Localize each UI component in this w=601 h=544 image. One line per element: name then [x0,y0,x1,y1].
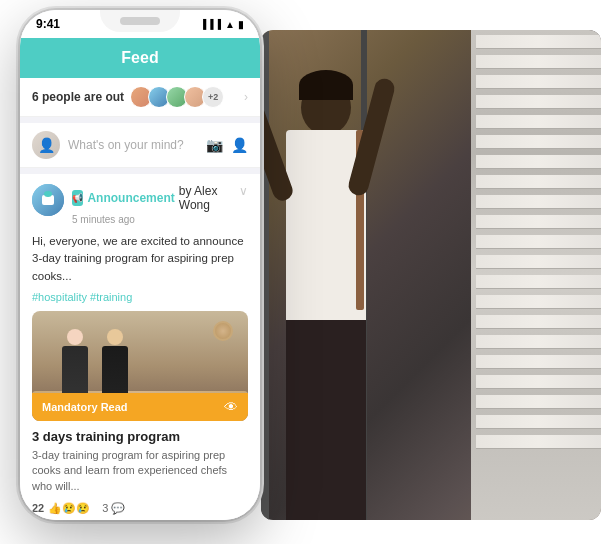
person-icon[interactable]: 👤 [231,137,248,153]
reactions-row: 22 👍😢😢 3 💬 [32,502,248,515]
post-content-area: 3 days training program 3-day training p… [32,421,248,494]
phone-frame: 9:41 ▐▐▐ ▲ ▮ Feed 6 people are out [20,10,260,520]
compose-placeholder[interactable]: What's on your mind? [68,138,198,152]
status-time: 9:41 [36,17,60,31]
post-body: Hi, everyone, we are excited to announce… [32,233,248,285]
phone-screen: 9:41 ▐▐▐ ▲ ▮ Feed 6 people are out [20,10,260,520]
avatar-more: +2 [202,86,224,108]
post-avatar [32,184,64,216]
reaction-emojis: 👍😢😢 [48,502,90,515]
camera-icon[interactable]: 📷 [206,137,223,153]
post-time: 5 minutes ago [72,214,231,225]
post-type-row: 📢 Announcement by Alex Wong [72,184,231,212]
avatar-group: +2 [130,86,224,108]
compose-bar[interactable]: 👤 What's on your mind? 📷 👤 [20,123,260,168]
feed-content[interactable]: 6 people are out +2 › 👤 [20,78,260,520]
comment-count-area: 3 💬 [102,502,125,515]
reaction-count: 22 [32,502,44,514]
status-icons: ▐▐▐ ▲ ▮ [200,19,244,30]
battery-icon: ▮ [238,19,244,30]
signal-icon: ▐▐▐ [200,19,222,29]
phone-mockup: 9:41 ▐▐▐ ▲ ▮ Feed 6 people are out [20,10,260,520]
announcement-post-card[interactable]: 📢 Announcement by Alex Wong 5 minutes ag… [20,174,260,520]
towel-shelf [471,30,601,520]
post-description: 3-day training program for aspiring prep… [32,448,248,494]
clock-decor [213,321,233,341]
mandatory-text: Mandatory Read [42,401,128,413]
comment-bubble-icon: 💬 [111,502,125,515]
post-type-label: Announcement [87,191,174,205]
post-author: by Alex Wong [179,184,231,212]
people-count: 6 people are out [32,90,124,104]
post-meta: 📢 Announcement by Alex Wong 5 minutes ag… [72,184,231,225]
header-title: Feed [121,49,158,67]
people-out-chevron: › [244,90,248,104]
post-image[interactable]: Mandatory Read 👁 [32,311,248,421]
post-title: 3 days training program [32,429,248,444]
compose-avatar: 👤 [32,131,60,159]
app-header: Feed [20,38,260,78]
post-chevron: ∨ [239,184,248,198]
eye-icon: 👁 [224,399,238,415]
announcement-icon: 📢 [72,190,83,206]
post-tags[interactable]: #hospitality #training [32,291,248,303]
mandatory-banner[interactable]: Mandatory Read 👁 [32,393,248,421]
post-header: 📢 Announcement by Alex Wong 5 minutes ag… [32,184,248,225]
wifi-icon: ▲ [225,19,235,30]
people-out-bar[interactable]: 6 people are out +2 › [20,78,260,117]
comment-count: 3 [102,502,108,514]
background-photo [261,30,601,520]
compose-icons: 📷 👤 [206,137,248,153]
